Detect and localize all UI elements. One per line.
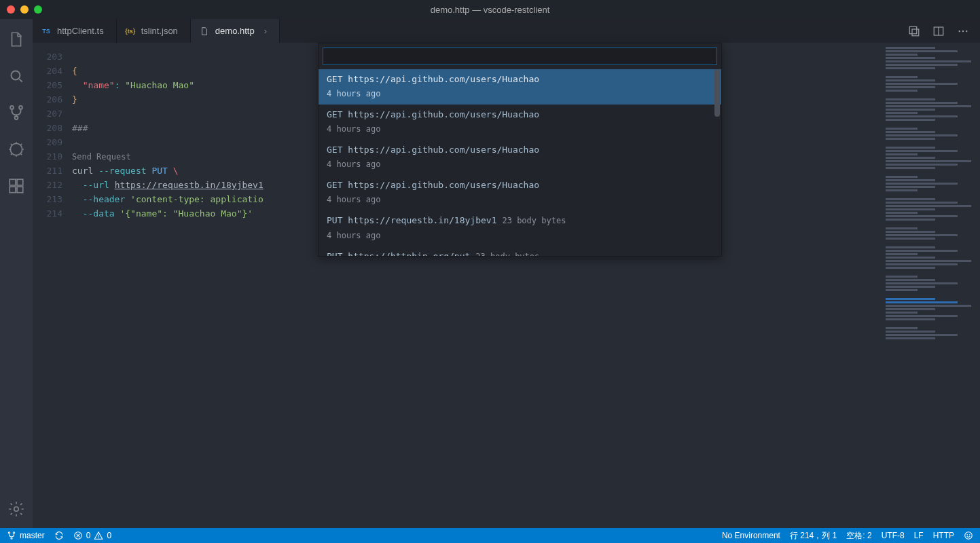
minimap-line (886, 170, 976, 176)
minimap-line (886, 308, 935, 310)
minimap-line (886, 289, 918, 291)
minimap-line (886, 119, 935, 121)
warning-count: 0 (107, 531, 111, 540)
svg-point-23 (969, 535, 970, 536)
error-count: 0 (86, 531, 91, 540)
line-number: 208 (33, 121, 62, 135)
minimap-line (886, 298, 935, 300)
status-environment[interactable]: No Environment (722, 531, 780, 540)
editor-tab[interactable]: {ts}tslint.json (117, 19, 191, 43)
minimap-line (886, 327, 918, 329)
line-number: 206 (33, 92, 62, 107)
quickpick-item[interactable]: GET https://api.github.com/users/Huachao… (319, 105, 721, 140)
status-encoding[interactable]: UTF-8 (882, 531, 905, 540)
minimap-line (886, 293, 976, 298)
svg-point-0 (11, 71, 20, 79)
close-window-button[interactable] (7, 5, 15, 14)
editor-tab[interactable]: TShttpClient.ts (33, 19, 117, 43)
minimap-line (886, 222, 976, 227)
minimap-line (886, 138, 935, 140)
source-control-icon[interactable] (7, 103, 26, 122)
status-feedback-icon[interactable] (964, 531, 973, 540)
minimap-line (886, 102, 958, 104)
svg-rect-6 (10, 187, 16, 193)
minimap-line (886, 257, 935, 259)
quickpick-item-title: GET https://api.github.com/users/Huachao (327, 178, 539, 192)
minimap-line (886, 301, 958, 303)
minimap-line (886, 134, 958, 136)
editor-body[interactable]: 203204205206207208209210211212213214 { "… (33, 43, 980, 528)
svg-point-2 (19, 106, 22, 109)
quickpick-item[interactable]: GET https://api.github.com/users/Huachao… (319, 140, 721, 175)
minimize-window-button[interactable] (20, 5, 29, 14)
explorer-icon[interactable] (7, 30, 26, 49)
status-language[interactable]: HTTP (933, 531, 954, 540)
tab-label: httpClient.ts (57, 26, 104, 36)
branch-name: master (20, 531, 45, 540)
minimap-line (886, 64, 958, 66)
minimap-line (886, 153, 918, 155)
debug-icon[interactable] (7, 140, 26, 159)
minimap-line (886, 189, 918, 191)
minimap-line (886, 234, 958, 236)
minimap-line (886, 57, 935, 59)
maximize-window-button[interactable] (34, 5, 42, 14)
minimap-line (886, 93, 976, 98)
status-spaces[interactable]: 空格: 2 (846, 530, 871, 542)
quickpick-item[interactable]: PUT https://httpbin.org/put23 body bytes… (319, 246, 721, 256)
minimap-line (886, 71, 976, 76)
minimap-line (886, 167, 935, 169)
line-gutter: 203204205206207208209210211212213214 (33, 43, 72, 528)
line-number: 207 (33, 107, 62, 121)
minimap[interactable] (882, 43, 980, 528)
minimap-line (886, 115, 958, 117)
status-eol[interactable]: LF (914, 531, 924, 540)
editor-tab[interactable]: demo.http› (191, 19, 280, 43)
more-icon[interactable] (957, 25, 969, 37)
minimap-line (886, 86, 935, 88)
minimap-line (886, 50, 958, 52)
quickpick-item-time: 4 hours ago (327, 229, 713, 243)
search-icon[interactable] (7, 67, 26, 86)
settings-gear-icon[interactable] (7, 500, 26, 519)
minimap-line (886, 282, 958, 284)
minimap-line (886, 79, 935, 81)
quickpick-input[interactable] (323, 48, 717, 65)
quickpick-item[interactable]: GET https://api.github.com/users/Huachao… (319, 175, 721, 210)
quickpick-item-title: GET https://api.github.com/users/Huachao (327, 72, 539, 86)
svg-point-16 (8, 532, 10, 533)
minimap-line (886, 160, 971, 162)
svg-rect-10 (909, 26, 917, 34)
minimap-line (886, 112, 918, 114)
status-branch[interactable]: master (7, 531, 45, 540)
line-number: 212 (33, 178, 62, 192)
split-editor-icon[interactable] (932, 25, 945, 37)
minimap-line (886, 76, 918, 78)
svg-point-17 (13, 532, 14, 533)
line-number: 209 (33, 135, 62, 149)
quickpick-scrollbar[interactable] (714, 69, 720, 117)
minimap-line (886, 109, 935, 111)
svg-rect-7 (17, 187, 23, 193)
status-line-col[interactable]: 行 214，列 1 (790, 530, 837, 542)
minimap-line (886, 238, 935, 240)
quickpick-item-extra: 23 body bytes (475, 250, 539, 256)
quickpick-item-time: 4 hours ago (327, 157, 713, 172)
svg-point-21 (965, 532, 973, 540)
quickpick-item[interactable]: GET https://api.github.com/users/Huachao… (319, 69, 721, 105)
compare-icon[interactable] (908, 25, 920, 37)
status-sync[interactable] (54, 531, 64, 540)
minimap-line (886, 205, 971, 207)
svg-point-13 (959, 30, 960, 31)
status-problems[interactable]: 0 0 (73, 531, 111, 540)
quickpick-item-title: PUT https://requestb.in/18yjbev1 (327, 213, 496, 227)
quickpick-item-title: PUT https://httpbin.org/put (327, 249, 470, 256)
minimap-line (886, 241, 976, 246)
minimap-line (886, 286, 935, 288)
quickpick-item[interactable]: PUT https://requestb.in/18yjbev123 body … (319, 210, 721, 246)
line-number: 205 (33, 78, 62, 92)
line-number: 214 (33, 206, 62, 221)
minimap-line (886, 54, 918, 56)
minimap-line (886, 164, 958, 166)
extensions-icon[interactable] (7, 176, 26, 195)
